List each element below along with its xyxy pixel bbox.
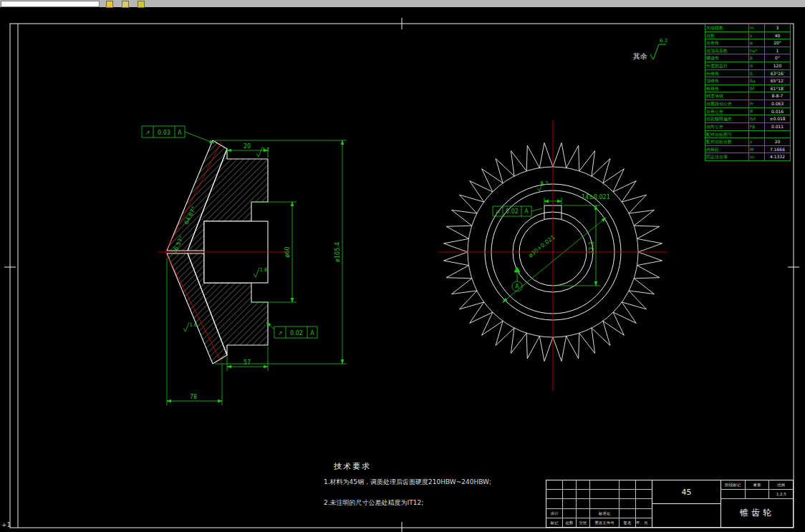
title-block-name-area: 阶段标记 重量 比例 1:2.5 锥齿轮 (721, 480, 793, 527)
param-table-cell: δa (748, 77, 764, 84)
app-icon[interactable] (106, 1, 113, 8)
param-table-row: 顶锥角δa65°12′ (705, 77, 790, 84)
tech-req-item: 2.未注明的尺寸公差处精度为IT12; (324, 498, 539, 508)
param-table-cell: 63°26′ (764, 70, 790, 77)
date-label: 年、月、日 (636, 518, 652, 527)
param-table-cell: 0° (764, 54, 790, 62)
title-block-material-area: 45 (652, 480, 721, 527)
param-table-cell: 分锥角 (705, 70, 748, 77)
mark-label: 标记 (546, 518, 563, 527)
scale-value: 1:2.5 (769, 490, 793, 498)
canvas-background (0, 7, 805, 532)
roughness-bore: 1.6 (259, 267, 268, 273)
param-table-cell (748, 92, 764, 100)
roughness-slant: 1.6 (189, 322, 198, 328)
param-table-cell: ff (748, 108, 764, 115)
param-table-cell (748, 131, 764, 138)
param-table-cell: 固定弦齿厚 (705, 153, 748, 160)
param-table-cell: ±0.018 (764, 115, 790, 122)
param-table-cell: 根锥角 (705, 85, 748, 92)
open-icon[interactable] (122, 1, 129, 8)
param-table-cell: 跨棒距 (705, 146, 748, 153)
gdt-symbol-icon: ↗ (145, 130, 150, 136)
param-table-cell: 7.1666 (764, 146, 790, 153)
param-table-cell: 大端模数 (705, 24, 748, 32)
param-table-cell: 齿距极限偏差 (705, 115, 748, 122)
param-table-cell: 0.016 (764, 108, 790, 115)
zone-label: 分区 (577, 518, 590, 527)
dim-len-78: 78 (190, 394, 197, 400)
param-table-cell: 40 (764, 32, 790, 39)
revision-row (546, 489, 652, 498)
cad-application-window: 20 ø60 ø105.4 57 78 64.67° 26.57° 3.2 1.… (0, 0, 805, 532)
dim-width-20: 20 (244, 143, 251, 150)
param-table-cell: 61°18′ (764, 85, 790, 92)
drawing-number-cell (652, 504, 720, 527)
tech-req-item: 1.材料为45钢，调质处理后齿面硬度210HBW~240HBW; (324, 478, 539, 487)
param-table-row: 根锥角δf61°18′ (705, 84, 790, 92)
param-table-cell: δf (748, 85, 764, 92)
param-table-row: 分度圆直径d120 (705, 62, 790, 69)
param-table-row: 齿形角α20° (705, 39, 790, 47)
gdt-tolerance: 0.02 (506, 208, 519, 215)
revision-row (546, 498, 652, 508)
staff-row: 设计 标准化 (546, 508, 652, 518)
title-block-revision-area: 设计 标准化 标记 处数 分区 更改文件号 签名 年、月、日 (546, 480, 652, 527)
corner-coordinate-label: +1 (1, 521, 11, 528)
gdt-symbol-icon: = (496, 208, 501, 215)
param-table-row: 大端模数m3 (705, 24, 790, 32)
param-table-cell: Fβ (748, 123, 764, 130)
param-table-cell: z (748, 32, 764, 39)
param-table-cell: 3 (764, 24, 790, 32)
datum-label: A (515, 284, 519, 290)
stage-mark-label: 阶段标记 (721, 480, 746, 489)
param-table-row: 齿数z40 (705, 32, 790, 39)
param-table-cell: δ (748, 70, 764, 77)
gdt-datum: A (524, 208, 529, 215)
param-table-cell: 齿数 (705, 32, 748, 39)
param-table-row: 配对齿轮图号 (705, 130, 790, 138)
count-label: 处数 (563, 518, 577, 527)
param-table-row: 齿圈跳动公差Fr0.063 (705, 100, 790, 107)
toolbar-input[interactable] (1, 1, 100, 7)
param-table-cell: 120 (764, 62, 790, 69)
dim-len-57: 57 (244, 359, 251, 366)
drawing-canvas[interactable]: 20 ø60 ø105.4 57 78 64.67° 26.57° 3.2 1.… (0, 7, 805, 532)
param-table-cell: z (748, 138, 764, 145)
dim-keyway-width: 14±0.021 (582, 194, 610, 200)
param-table-row: 固定弦齿厚sc4.1332 (705, 153, 790, 160)
param-table-row: 齿形公差ff0.016 (705, 107, 790, 115)
gdt-tolerance: 0.02 (290, 330, 303, 337)
param-table-cell (764, 131, 790, 138)
gdt-datum: A (310, 330, 314, 337)
param-table-cell: M (748, 146, 764, 153)
param-table-cell: sc (748, 153, 764, 160)
param-table-cell: fpt (748, 115, 764, 122)
part-name: 锥齿轮 (721, 499, 793, 527)
gdt-datum: A (178, 130, 182, 136)
gdt-tolerance: 0.03 (158, 130, 170, 136)
title-block-values-row: 1:2.5 (721, 490, 793, 499)
title-block-header-row: 阶段标记 重量 比例 (721, 480, 793, 490)
param-table-row: 分锥角δ63°26′ (705, 69, 790, 77)
gdt-symbol-icon: ↗ (278, 330, 283, 337)
param-table-cell: 齿形角 (705, 39, 748, 47)
param-table-cell: 齿向公差 (705, 123, 748, 130)
technical-requirements: 技术要求 1.材料为45钢，调质处理后齿面硬度210HBW~240HBW; 2.… (324, 461, 539, 508)
param-table-cell: m (748, 24, 764, 32)
roughness-front: 6.3 (540, 180, 548, 186)
tech-req-title: 技术要求 (334, 461, 539, 472)
title-block: 设计 标准化 标记 处数 分区 更改文件号 签名 年、月、日 45 阶段标记 重… (546, 480, 794, 528)
param-table-cell: 0.063 (764, 100, 790, 107)
param-table-cell: Fr (748, 100, 764, 107)
param-table-cell: 20° (764, 39, 790, 47)
revision-row (546, 480, 652, 489)
save-icon[interactable] (138, 1, 145, 8)
param-table-cell: 1 (764, 47, 790, 54)
param-table-cell: 配对齿轮图号 (705, 131, 748, 138)
revision-header-row: 标记 处数 分区 更改文件号 签名 年、月、日 (546, 518, 652, 527)
param-table-row: 精度等级8-8-7 (705, 92, 790, 100)
rest-label: 其余 (633, 52, 647, 60)
param-table-cell: 顶锥角 (705, 77, 748, 84)
param-table-row: 齿距极限偏差fpt±0.018 (705, 115, 790, 122)
